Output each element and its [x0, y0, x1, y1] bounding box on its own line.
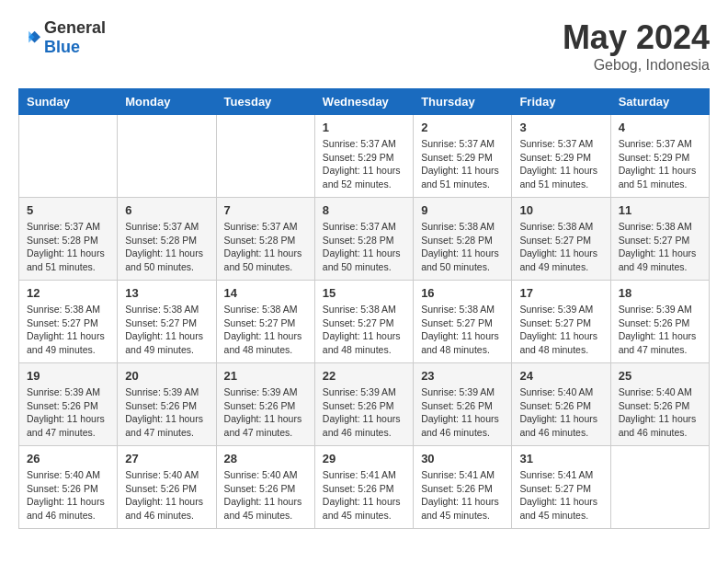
calendar-cell: 24Sunrise: 5:40 AM Sunset: 5:26 PM Dayli… [512, 363, 610, 446]
cell-info: Sunrise: 5:40 AM Sunset: 5:26 PM Dayligh… [224, 468, 307, 523]
logo-general: General [44, 18, 106, 37]
day-number: 8 [323, 203, 405, 217]
weekday-header-thursday: Thursday [414, 89, 512, 115]
calendar-cell: 28Sunrise: 5:40 AM Sunset: 5:26 PM Dayli… [216, 446, 314, 529]
calendar-cell [610, 446, 709, 529]
calendar-cell: 31Sunrise: 5:41 AM Sunset: 5:27 PM Dayli… [512, 446, 610, 529]
cell-info: Sunrise: 5:39 AM Sunset: 5:26 PM Dayligh… [619, 303, 701, 357]
day-number: 7 [224, 203, 307, 217]
day-number: 13 [125, 286, 208, 300]
week-row-4: 19Sunrise: 5:39 AM Sunset: 5:26 PM Dayli… [19, 363, 710, 446]
cell-info: Sunrise: 5:38 AM Sunset: 5:27 PM Dayligh… [27, 303, 109, 357]
header: General Blue May 2024 Gebog, Indonesia [18, 18, 710, 74]
day-number: 2 [421, 121, 504, 134]
cell-info: Sunrise: 5:38 AM Sunset: 5:27 PM Dayligh… [224, 303, 307, 357]
calendar-table: SundayMondayTuesdayWednesdayThursdayFrid… [18, 88, 710, 529]
day-number: 21 [224, 369, 307, 383]
day-number: 27 [125, 452, 208, 465]
day-number: 18 [619, 286, 701, 300]
cell-info: Sunrise: 5:41 AM Sunset: 5:26 PM Dayligh… [323, 468, 405, 523]
cell-info: Sunrise: 5:39 AM Sunset: 5:26 PM Dayligh… [421, 385, 504, 440]
calendar-cell: 22Sunrise: 5:39 AM Sunset: 5:26 PM Dayli… [314, 363, 413, 446]
cell-info: Sunrise: 5:40 AM Sunset: 5:26 PM Dayligh… [619, 385, 701, 440]
calendar-cell: 13Sunrise: 5:38 AM Sunset: 5:27 PM Dayli… [118, 281, 216, 363]
day-number: 23 [421, 369, 504, 383]
location-title: Gebog, Indonesia [563, 57, 710, 74]
calendar-cell: 11Sunrise: 5:38 AM Sunset: 5:27 PM Dayli… [610, 198, 709, 281]
cell-info: Sunrise: 5:39 AM Sunset: 5:27 PM Dayligh… [519, 303, 602, 357]
calendar-cell: 16Sunrise: 5:38 AM Sunset: 5:27 PM Dayli… [414, 281, 512, 363]
logo-icon [18, 27, 40, 49]
day-number: 3 [519, 121, 602, 134]
cell-info: Sunrise: 5:37 AM Sunset: 5:29 PM Dayligh… [323, 137, 405, 191]
cell-info: Sunrise: 5:39 AM Sunset: 5:26 PM Dayligh… [27, 385, 109, 440]
calendar-cell: 7Sunrise: 5:37 AM Sunset: 5:28 PM Daylig… [216, 198, 314, 281]
title-area: May 2024 Gebog, Indonesia [563, 18, 710, 74]
logo: General Blue [18, 18, 106, 57]
day-number: 14 [224, 286, 307, 300]
calendar-cell: 17Sunrise: 5:39 AM Sunset: 5:27 PM Dayli… [512, 281, 610, 363]
day-number: 29 [323, 452, 405, 465]
weekday-header-wednesday: Wednesday [314, 89, 413, 115]
day-number: 20 [125, 369, 208, 383]
logo-text: General Blue [44, 18, 106, 57]
weekday-header-tuesday: Tuesday [216, 89, 314, 115]
day-number: 26 [27, 452, 109, 465]
day-number: 25 [619, 369, 701, 383]
cell-info: Sunrise: 5:39 AM Sunset: 5:26 PM Dayligh… [224, 385, 307, 440]
cell-info: Sunrise: 5:38 AM Sunset: 5:27 PM Dayligh… [619, 220, 701, 274]
cell-info: Sunrise: 5:37 AM Sunset: 5:28 PM Dayligh… [323, 220, 405, 274]
calendar-cell: 18Sunrise: 5:39 AM Sunset: 5:26 PM Dayli… [610, 281, 709, 363]
calendar-cell: 6Sunrise: 5:37 AM Sunset: 5:28 PM Daylig… [118, 198, 216, 281]
calendar-cell: 25Sunrise: 5:40 AM Sunset: 5:26 PM Dayli… [610, 363, 709, 446]
weekday-header-row: SundayMondayTuesdayWednesdayThursdayFrid… [19, 89, 710, 115]
calendar-cell: 9Sunrise: 5:38 AM Sunset: 5:28 PM Daylig… [414, 198, 512, 281]
cell-info: Sunrise: 5:40 AM Sunset: 5:26 PM Dayligh… [519, 385, 602, 440]
week-row-1: 1Sunrise: 5:37 AM Sunset: 5:29 PM Daylig… [19, 115, 710, 198]
day-number: 15 [323, 286, 405, 300]
calendar-cell: 26Sunrise: 5:40 AM Sunset: 5:26 PM Dayli… [19, 446, 118, 529]
day-number: 30 [421, 452, 504, 465]
cell-info: Sunrise: 5:41 AM Sunset: 5:27 PM Dayligh… [519, 468, 602, 523]
day-number: 16 [421, 286, 504, 300]
weekday-header-sunday: Sunday [19, 89, 118, 115]
week-row-2: 5Sunrise: 5:37 AM Sunset: 5:28 PM Daylig… [19, 198, 710, 281]
cell-info: Sunrise: 5:37 AM Sunset: 5:28 PM Dayligh… [125, 220, 208, 274]
month-title: May 2024 [563, 18, 710, 57]
cell-info: Sunrise: 5:38 AM Sunset: 5:27 PM Dayligh… [421, 303, 504, 357]
calendar-cell: 27Sunrise: 5:40 AM Sunset: 5:26 PM Dayli… [118, 446, 216, 529]
calendar-cell [118, 115, 216, 198]
calendar-cell: 14Sunrise: 5:38 AM Sunset: 5:27 PM Dayli… [216, 281, 314, 363]
day-number: 10 [519, 203, 602, 217]
cell-info: Sunrise: 5:37 AM Sunset: 5:29 PM Dayligh… [619, 137, 701, 191]
cell-info: Sunrise: 5:40 AM Sunset: 5:26 PM Dayligh… [125, 468, 208, 523]
calendar-cell: 23Sunrise: 5:39 AM Sunset: 5:26 PM Dayli… [414, 363, 512, 446]
cell-info: Sunrise: 5:38 AM Sunset: 5:27 PM Dayligh… [323, 303, 405, 357]
calendar-cell: 4Sunrise: 5:37 AM Sunset: 5:29 PM Daylig… [610, 115, 709, 198]
calendar-cell: 29Sunrise: 5:41 AM Sunset: 5:26 PM Dayli… [314, 446, 413, 529]
cell-info: Sunrise: 5:39 AM Sunset: 5:26 PM Dayligh… [125, 385, 208, 440]
cell-info: Sunrise: 5:37 AM Sunset: 5:28 PM Dayligh… [224, 220, 307, 274]
cell-info: Sunrise: 5:38 AM Sunset: 5:27 PM Dayligh… [125, 303, 208, 357]
calendar-cell: 3Sunrise: 5:37 AM Sunset: 5:29 PM Daylig… [512, 115, 610, 198]
logo-blue: Blue [44, 38, 80, 56]
calendar-cell: 2Sunrise: 5:37 AM Sunset: 5:29 PM Daylig… [414, 115, 512, 198]
day-number: 11 [619, 203, 701, 217]
calendar-cell: 21Sunrise: 5:39 AM Sunset: 5:26 PM Dayli… [216, 363, 314, 446]
calendar-cell: 12Sunrise: 5:38 AM Sunset: 5:27 PM Dayli… [19, 281, 118, 363]
day-number: 9 [421, 203, 504, 217]
cell-info: Sunrise: 5:38 AM Sunset: 5:27 PM Dayligh… [519, 220, 602, 274]
calendar-cell: 5Sunrise: 5:37 AM Sunset: 5:28 PM Daylig… [19, 198, 118, 281]
calendar-cell: 19Sunrise: 5:39 AM Sunset: 5:26 PM Dayli… [19, 363, 118, 446]
cell-info: Sunrise: 5:39 AM Sunset: 5:26 PM Dayligh… [323, 385, 405, 440]
day-number: 17 [519, 286, 602, 300]
cell-info: Sunrise: 5:37 AM Sunset: 5:28 PM Dayligh… [27, 220, 109, 274]
calendar-cell: 8Sunrise: 5:37 AM Sunset: 5:28 PM Daylig… [314, 198, 413, 281]
week-row-5: 26Sunrise: 5:40 AM Sunset: 5:26 PM Dayli… [19, 446, 710, 529]
calendar-cell: 20Sunrise: 5:39 AM Sunset: 5:26 PM Dayli… [118, 363, 216, 446]
day-number: 19 [27, 369, 109, 383]
calendar-cell [19, 115, 118, 198]
day-number: 24 [519, 369, 602, 383]
day-number: 31 [519, 452, 602, 465]
calendar-cell: 30Sunrise: 5:41 AM Sunset: 5:26 PM Dayli… [414, 446, 512, 529]
